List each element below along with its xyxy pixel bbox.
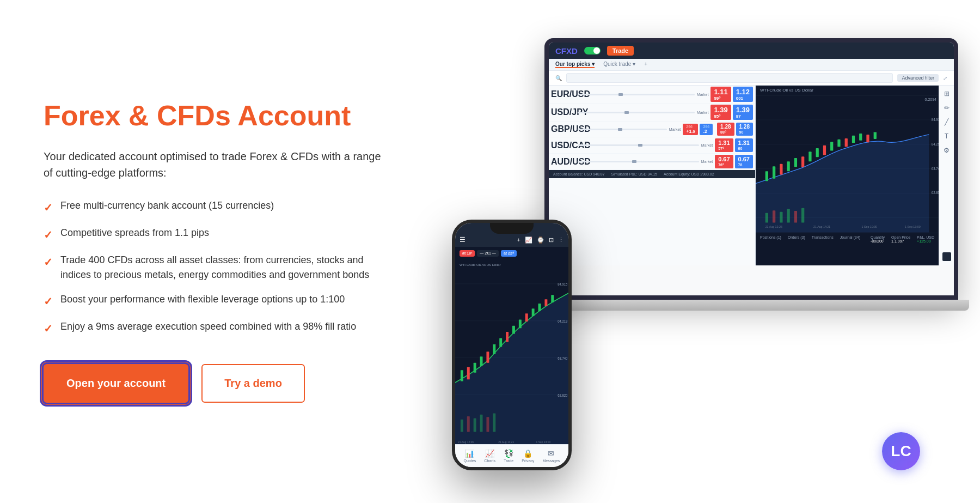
line-icon[interactable]: ╱ [945, 118, 948, 126]
advanced-filter-button[interactable]: Advanced filter [897, 74, 939, 82]
laptop-mockup: CFXD Trade Our top picks ▾ Quick trade ▾… [544, 38, 958, 322]
sell-button[interactable]: 0.6776⁰ [715, 155, 733, 168]
svg-rect-50 [519, 319, 522, 328]
expand-icon[interactable]: ⤢ [943, 75, 947, 81]
buy-button[interactable]: 1.12001 [733, 87, 753, 102]
open-account-button[interactable]: Open your account [44, 364, 188, 403]
price-buttons: 0.6776⁰ 0.6778 [715, 155, 753, 168]
toggle-knob [593, 47, 600, 54]
svg-rect-52 [532, 308, 535, 316]
orders-tab[interactable]: Orders (3) [788, 235, 805, 263]
trade-button[interactable]: Trade [607, 46, 634, 56]
buy-button[interactable]: 1.3987 [733, 105, 753, 120]
menu-icon: ☰ [460, 236, 465, 244]
phone-chart-svg: 84.915 04.219 63.740 62.820 21 Aug 12:26… [455, 247, 568, 444]
share-icon[interactable]: ⌚ [537, 237, 544, 244]
trade-tab[interactable]: 💱 Trade [504, 449, 513, 463]
table-row: USD/CAD Market 1.3157⁰ 1.3160 [549, 137, 755, 154]
svg-rect-20 [866, 135, 869, 142]
feature-text: Enjoy a 9ms average execution speed comb… [60, 319, 356, 334]
zoom-icon[interactable]: ⊞ [944, 90, 950, 98]
svg-rect-11 [801, 156, 804, 167]
svg-rect-59 [480, 415, 483, 432]
sell-button-2[interactable]: 1.2888⁰ [717, 123, 734, 136]
svg-rect-25 [787, 209, 789, 222]
openprice-col: Open Price 1.1,097 [891, 235, 910, 263]
pl-label: Simulated P&L: USD 34.15 [611, 172, 657, 176]
buy-button[interactable]: 0.6778 [735, 155, 753, 168]
svg-rect-15 [830, 142, 833, 150]
journal-tab[interactable]: Journal (34) [840, 235, 860, 263]
svg-rect-46 [493, 344, 495, 354]
laptop-screen: CFXD Trade Our top picks ▾ Quick trade ▾… [544, 38, 958, 300]
charts-tab[interactable]: 📈 Charts [484, 449, 495, 463]
privacy-label: Privacy [522, 459, 534, 463]
buttons-row: Open your account Try a demo [44, 364, 392, 403]
sell-button[interactable]: 1.3985⁰ [710, 105, 731, 120]
chart-price-label: 0.2094 [925, 98, 936, 101]
fullscreen-icon[interactable]: ⊡ [549, 237, 554, 244]
transactions-tab[interactable]: Transactions [812, 235, 834, 263]
settings-icon[interactable]: ⚙ [944, 147, 950, 154]
svg-rect-7 [773, 166, 775, 178]
check-icon: ✓ [44, 293, 53, 310]
tab-quick-trade[interactable]: Quick trade ▾ [603, 61, 635, 68]
svg-text:1 Sep 13:00: 1 Sep 13:00 [905, 225, 921, 228]
text-icon[interactable]: T [945, 132, 948, 140]
platform-toggle [584, 47, 601, 54]
quantity-col: Quantity -80/200 [871, 235, 885, 263]
svg-rect-22 [765, 213, 768, 223]
feature-text: Boost your performance with flexible lev… [60, 292, 345, 307]
price-buttons: 1.3985⁰ 1.3987 [710, 105, 753, 120]
left-content: Forex & CFDs Account Your dedicated acco… [44, 100, 425, 402]
plus-icon[interactable]: + [517, 237, 520, 244]
svg-rect-49 [512, 326, 515, 334]
svg-rect-23 [773, 210, 775, 222]
more-icon[interactable]: ⋮ [558, 237, 564, 244]
equity-label: Account Equity: USD 2983.02 [664, 172, 714, 176]
chart-header: WTI-Crude Oil vs US Dollar [756, 86, 939, 95]
platform-logo: CFXD [555, 46, 578, 56]
sell-button[interactable]: 1.1199⁰ [710, 87, 731, 102]
pair-name: AUD/USD [551, 157, 575, 167]
svg-rect-47 [499, 338, 502, 347]
toggle-switch[interactable] [584, 47, 601, 54]
price-buttons: 296 +1.0 296 .2 [683, 124, 713, 135]
svg-rect-51 [525, 313, 528, 322]
spread-badge: — 2€1 — [477, 250, 499, 257]
buy-button-2[interactable]: 1.2890 [736, 123, 753, 136]
chart-body: 84.915 84.295 63.740 62.850 21 Aug 12:26… [756, 95, 939, 233]
svg-rect-41 [461, 370, 463, 381]
table-row: EUR/USD Market 1.1199⁰ 1.12001 [549, 86, 755, 104]
svg-rect-26 [794, 211, 797, 223]
sell-button[interactable]: 1.3157⁰ [715, 138, 733, 152]
messages-tab[interactable]: ✉ Messages [542, 449, 560, 463]
search-input[interactable] [566, 73, 893, 83]
pencil-icon[interactable]: ✏ [944, 104, 950, 112]
svg-text:84.295: 84.295 [932, 142, 939, 146]
quotes-tab[interactable]: 📊 Quotes [464, 449, 476, 463]
phone-header-actions: + 📈 ⌚ ⊡ ⋮ [517, 237, 564, 244]
balance-label: Account Balance: USD 948.87 [553, 172, 605, 176]
privacy-tab[interactable]: 🔒 Privacy [522, 449, 534, 463]
color-swatch[interactable] [942, 252, 951, 261]
positions-tab[interactable]: Positions (1) [760, 235, 781, 263]
svg-rect-48 [506, 332, 509, 342]
privacy-icon: 🔒 [523, 449, 532, 458]
chart-icon[interactable]: 📈 [525, 237, 532, 244]
buy-button[interactable]: 1.3160 [735, 138, 753, 152]
buy-button[interactable]: 296 .2 [700, 124, 713, 135]
price-buttons: 1.1199⁰ 1.12001 [710, 87, 753, 102]
svg-rect-18 [852, 136, 855, 143]
sell-button[interactable]: 296 +1.0 [683, 124, 698, 135]
list-item: ✓ Trade 400 CFDs across all asset classe… [44, 253, 392, 282]
subtitle: Your dedicated account optimised to trad… [44, 148, 392, 181]
try-demo-button[interactable]: Try a demo [201, 364, 305, 403]
check-icon: ✓ [44, 199, 53, 216]
price-buttons-2: 1.2888⁰ 1.2890 [717, 123, 753, 136]
pnl-col: P&L, USD +125.00 [917, 235, 934, 263]
tab-add[interactable]: + [644, 61, 647, 68]
tab-top-picks[interactable]: Our top picks ▾ [555, 61, 595, 68]
list-item: ✓ Boost your performance with flexible l… [44, 292, 392, 310]
quotes-icon: 📊 [465, 449, 474, 458]
